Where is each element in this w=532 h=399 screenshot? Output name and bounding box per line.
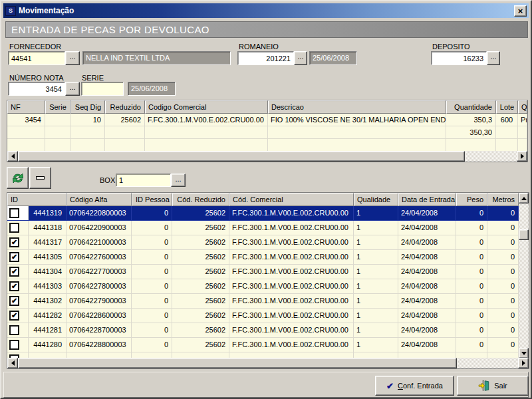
remove-button[interactable] <box>29 167 51 189</box>
row-checkbox[interactable] <box>9 223 19 233</box>
row-checkbox[interactable]: ✔ <box>9 237 19 247</box>
nf-table-hscrollbar[interactable] <box>7 151 527 162</box>
deposito-input[interactable] <box>431 51 487 65</box>
nf-table-row[interactable]: 350,30 <box>7 126 527 139</box>
box-browse-button[interactable]: ... <box>171 174 186 187</box>
fornecedor-browse-button[interactable]: ... <box>65 51 80 65</box>
box-input[interactable] <box>116 174 171 187</box>
cell: 07064227700003 <box>66 265 132 279</box>
checkbox-zone: ✔ <box>7 250 29 264</box>
column-header: Reduzido <box>105 100 145 114</box>
row-checkbox[interactable] <box>9 325 19 335</box>
id-cell: 4441281 <box>7 323 66 338</box>
item-row[interactable]: ✔444130507064227600003025602F.FC.300.1.M… <box>7 250 519 265</box>
nota-date-field: 25/06/2008 <box>128 82 176 96</box>
item-row[interactable]: 444128107064228700003025602F.FC.300.1.M.… <box>7 323 519 338</box>
items-table-hscrollbar[interactable] <box>7 358 529 368</box>
numero-nota-input[interactable] <box>8 82 65 96</box>
item-row[interactable]: ✔444128207064228600003025602F.FC.300.1.M… <box>7 309 519 323</box>
cell: 25602 <box>172 279 229 294</box>
cell: 0 <box>487 279 519 294</box>
cell: 0 <box>132 206 172 221</box>
cell <box>45 126 70 139</box>
scroll-right-button[interactable] <box>518 358 529 368</box>
checkbox-zone <box>7 352 29 358</box>
item-row[interactable]: ✔444130407064227700003025602F.FC.300.1.M… <box>7 265 519 279</box>
id-cell: ✔4441302 <box>7 294 66 309</box>
serie-input[interactable] <box>81 82 124 96</box>
close-button[interactable]: × <box>514 5 527 17</box>
deposito-browse-button[interactable]: ... <box>487 51 500 65</box>
column-header: Codigo Comercial <box>145 100 268 114</box>
app-icon-glyph: S <box>9 7 13 14</box>
cell: 07064220800003 <box>66 206 132 221</box>
scroll-down-button[interactable] <box>519 348 529 358</box>
cell <box>145 139 268 152</box>
cell: F.FC.300.1.M.V00.E.002.CRU00.00 <box>229 279 354 294</box>
close-icon: × <box>518 7 523 15</box>
nf-table-row[interactable]: 34541025602F.FC.300.1.M.V00.E.002.CRU00.… <box>7 114 527 126</box>
green-arrows-icon <box>11 172 25 185</box>
cell: 0 <box>487 338 519 352</box>
cell: F.FC.300.1.M.V00.E.002.CRU00.00 <box>229 206 354 221</box>
row-checkbox[interactable] <box>9 340 19 350</box>
checkbox-zone <box>7 206 29 220</box>
column-header: ID Pessoa <box>132 193 172 206</box>
cell: 0 <box>487 250 519 265</box>
scroll-left-button[interactable] <box>7 151 18 162</box>
item-row[interactable]: ✔444131707064221000003025602F.FC.300.1.M… <box>7 235 519 250</box>
item-row[interactable]: ✔444130207064227900003025602F.FC.300.1.M… <box>7 294 519 309</box>
numero-nota-browse-button[interactable]: ... <box>65 82 80 96</box>
cell <box>446 139 496 152</box>
cell: F.FC.300.1.M.V00.E.002.CRU00.00 <box>229 309 354 323</box>
id-cell: ✔4441317 <box>7 235 66 250</box>
row-checkbox[interactable]: ✔ <box>9 252 19 262</box>
scroll-left-button[interactable] <box>7 358 18 368</box>
item-row[interactable]: 444128007064228800003025602F.FC.300.1.M.… <box>7 338 519 352</box>
items-table-vscrollbar[interactable] <box>519 193 529 358</box>
nf-table-row[interactable] <box>7 139 527 152</box>
fornecedor-input[interactable] <box>8 51 65 65</box>
row-checkbox[interactable]: ✔ <box>9 281 19 291</box>
cell: 0 <box>487 206 519 221</box>
cell: 1 <box>354 323 398 338</box>
cell: 24/04/2008 <box>398 279 456 294</box>
minus-icon <box>36 176 45 180</box>
id-cell: ✔4441304 <box>7 265 66 279</box>
scroll-thumb[interactable] <box>18 358 457 368</box>
row-checkbox[interactable] <box>9 208 19 218</box>
conf-entrada-button[interactable]: ✔ Conf. Entrada <box>375 376 454 396</box>
romaneio-browse-button[interactable]: ... <box>294 51 307 65</box>
fornecedor-name-field: NELLA IND TEXTIL LTDA <box>82 51 231 65</box>
cell: F.FC.300.1.M.V00.E.002.CRU00.00 <box>229 221 354 235</box>
cell <box>105 126 145 139</box>
cell <box>45 139 70 152</box>
item-row[interactable]: 444131907064220800003025602F.FC.300.1.M.… <box>7 206 519 221</box>
refresh-button[interactable] <box>7 167 29 189</box>
cell: 0 <box>132 309 172 323</box>
right-arrow-icon <box>522 360 525 366</box>
titlebar[interactable]: S Movimentação × <box>3 3 529 18</box>
scroll-up-button[interactable] <box>519 193 529 203</box>
cell: 24/04/2008 <box>398 221 456 235</box>
row-checkbox[interactable]: ✔ <box>9 296 19 306</box>
column-header: Data de Entrada <box>398 193 456 206</box>
cell: 4441318 <box>29 221 66 235</box>
cell: 0 <box>132 338 172 352</box>
cell: 4441319 <box>29 206 66 220</box>
scroll-thumb[interactable] <box>519 229 529 240</box>
item-row[interactable]: ✔444130307064227800003025602F.FC.300.1.M… <box>7 279 519 294</box>
scroll-right-button[interactable] <box>517 151 527 162</box>
cell: 0 <box>132 294 172 309</box>
cell: F.FC.300.1.M.V00.E.002.CRU00.00 <box>229 235 354 250</box>
cell: 0 <box>132 265 172 279</box>
column-header: Cód. Reduzido <box>172 193 229 206</box>
cell: F.FC.300.1.M.V00.E.002.CRU00.00 <box>229 338 354 352</box>
romaneio-input[interactable] <box>237 51 294 65</box>
row-checkbox[interactable]: ✔ <box>9 267 19 277</box>
checkbox-zone: ✔ <box>7 235 29 249</box>
sair-button[interactable]: Sair <box>457 376 529 396</box>
item-row[interactable]: 444131807064220900003025602F.FC.300.1.M.… <box>7 221 519 235</box>
scroll-thumb[interactable] <box>18 151 465 162</box>
row-checkbox[interactable]: ✔ <box>9 311 19 321</box>
